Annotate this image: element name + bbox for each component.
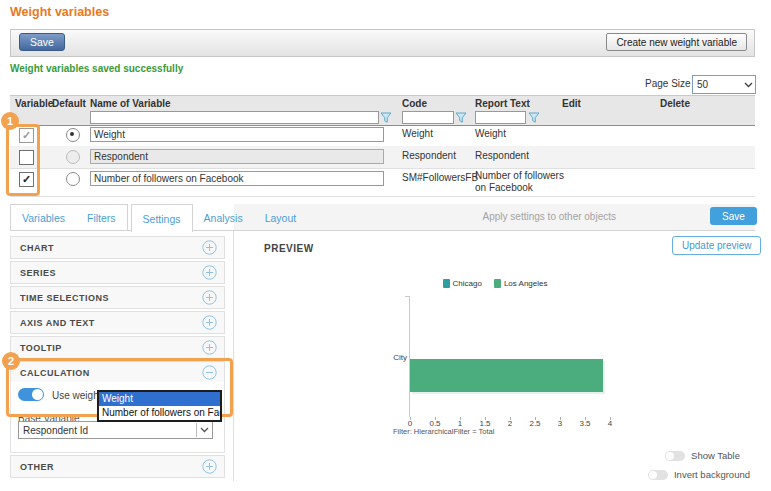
- tab-variables[interactable]: Variables: [11, 205, 76, 230]
- section-series[interactable]: SERIES: [10, 261, 225, 284]
- y-axis-category-label: City: [382, 353, 407, 362]
- variable-checkbox[interactable]: ✓: [19, 150, 34, 165]
- chevron-down-icon: [196, 423, 212, 437]
- plus-icon[interactable]: [202, 459, 217, 478]
- legend-item-chicago: Chicago: [443, 279, 482, 288]
- top-toolbar: Save Create new weight variable: [10, 29, 755, 57]
- invert-background-label: Invert background: [674, 469, 750, 480]
- default-radio[interactable]: [66, 150, 80, 164]
- settings-save-button[interactable]: Save: [710, 207, 757, 225]
- preview-chart: City 00.511.522.533.54 Filter: Hierarchi…: [409, 296, 610, 417]
- page-size-label: Page Size: [645, 78, 691, 89]
- show-table-row: Show Table: [665, 450, 740, 461]
- annotation-step-1: 1: [1, 112, 19, 130]
- tab-settings[interactable]: Settings: [131, 204, 193, 232]
- update-preview-button[interactable]: Update preview: [672, 236, 761, 255]
- col-delete: Delete: [660, 98, 690, 109]
- bar-area: [410, 359, 603, 392]
- col-variable: Variable: [15, 98, 53, 109]
- code-cell: Respondent: [402, 150, 456, 161]
- report-cell: Number of followers on Facebook: [475, 170, 567, 194]
- show-table-toggle[interactable]: [665, 451, 685, 461]
- section-chart[interactable]: CHART: [10, 236, 225, 259]
- settings-tabbar: Variables Filters Settings Analysis Layo…: [10, 204, 307, 231]
- dropdown-option-followers[interactable]: Number of followers on Facebook: [99, 406, 220, 420]
- annotation-step-2: 2: [2, 352, 20, 370]
- col-default: Default: [52, 98, 86, 109]
- dropdown-option-weight[interactable]: Weight: [99, 392, 220, 406]
- report-filter-input[interactable]: [475, 111, 526, 124]
- tab-layout[interactable]: Layout: [254, 204, 308, 231]
- report-cell: Respondent: [475, 150, 529, 161]
- chart-filter-note: Filter: HierarchicalFilter = Total: [393, 427, 494, 436]
- table-header: Variable Default Name of Variable Code R…: [10, 95, 755, 126]
- col-edit: Edit: [562, 98, 581, 109]
- status-message: Weight variables saved successfully: [10, 63, 183, 74]
- section-axis-and-text[interactable]: AXIS AND TEXT: [10, 311, 225, 334]
- base-variable-select[interactable]: Respondent Id: [18, 421, 213, 439]
- use-weight-toggle[interactable]: [18, 388, 44, 401]
- section-other[interactable]: OTHER: [10, 455, 225, 478]
- table-row: ✓ Weight Weight: [10, 124, 755, 147]
- default-radio[interactable]: [66, 128, 80, 142]
- col-code: Code: [402, 98, 427, 109]
- table-row: ✓ SM#FollowersFB Number of followers on …: [10, 168, 755, 197]
- weight-variables-table: Variable Default Name of Variable Code R…: [10, 95, 755, 196]
- page-size-select[interactable]: 50: [692, 75, 756, 94]
- col-name: Name of Variable: [90, 98, 171, 109]
- code-cell: Weight: [402, 128, 433, 139]
- table-row: ✓ Respondent Respondent: [10, 146, 755, 169]
- name-filter-input[interactable]: [90, 111, 379, 124]
- save-button[interactable]: Save: [19, 33, 65, 51]
- plus-icon[interactable]: [202, 315, 217, 334]
- code-filter-input[interactable]: [402, 111, 454, 124]
- legend-swatch: [443, 279, 450, 288]
- plus-icon[interactable]: [202, 340, 217, 359]
- col-report-text: Report Text: [475, 98, 530, 109]
- tab-filters[interactable]: Filters: [76, 205, 127, 230]
- plus-icon[interactable]: [202, 240, 217, 259]
- invert-background-row: Invert background: [648, 469, 750, 480]
- name-of-variable-input[interactable]: [90, 149, 384, 164]
- report-cell: Weight: [475, 128, 506, 139]
- tab-analysis[interactable]: Analysis: [193, 204, 254, 231]
- show-table-label: Show Table: [691, 450, 740, 461]
- legend-item-los-angeles: Los Angeles: [494, 279, 548, 288]
- variable-checkbox[interactable]: ✓: [19, 172, 34, 187]
- default-radio[interactable]: [66, 172, 80, 186]
- tab-group: Variables Filters: [10, 204, 128, 231]
- plus-icon[interactable]: [202, 265, 217, 284]
- legend-swatch: [494, 279, 501, 288]
- weight-variable-dropdown[interactable]: Weight Number of followers on Facebook: [97, 390, 222, 422]
- section-tooltip[interactable]: TOOLTIP: [10, 336, 225, 359]
- preview-title: PREVIEW: [264, 243, 314, 254]
- create-new-weight-variable-button[interactable]: Create new weight variable: [606, 33, 747, 51]
- invert-background-toggle[interactable]: [648, 470, 668, 480]
- section-time-selections[interactable]: TIME SELECTIONS: [10, 286, 225, 309]
- variable-checkbox[interactable]: ✓: [19, 128, 34, 143]
- page-title: Weight variables: [10, 5, 109, 19]
- use-weight-label: Use weight: [52, 390, 101, 401]
- section-calculation[interactable]: CALCULATION: [10, 361, 225, 384]
- name-of-variable-input[interactable]: [90, 127, 384, 142]
- page-size-value: 50: [697, 79, 708, 90]
- chart-legend: Chicago Los Angeles: [380, 279, 610, 288]
- code-cell: SM#FollowersFB: [402, 172, 478, 183]
- chevron-down-icon: [744, 82, 753, 88]
- bar-los-angeles: [410, 359, 603, 392]
- panel-divider: [233, 231, 234, 481]
- name-of-variable-input[interactable]: [90, 171, 384, 186]
- plus-icon[interactable]: [202, 290, 217, 309]
- base-variable-value: Respondent Id: [19, 425, 196, 436]
